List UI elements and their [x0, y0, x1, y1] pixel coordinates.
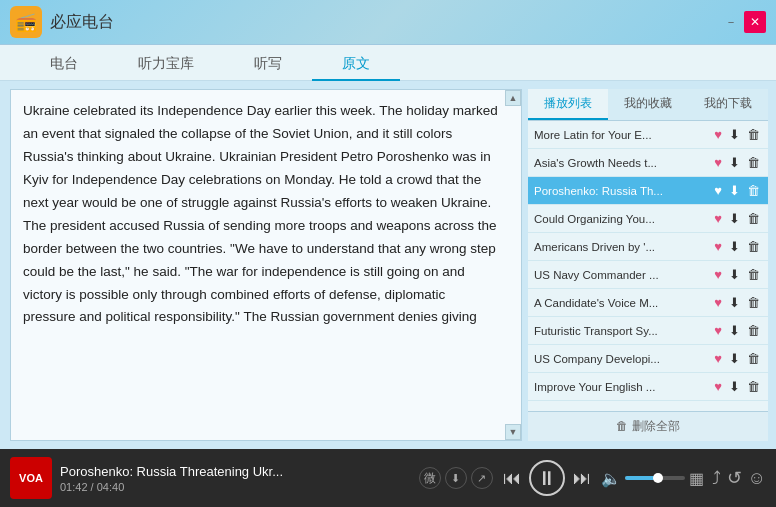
weibo-icon: 微 [424, 470, 436, 487]
app-name: 必应电台 [50, 12, 720, 33]
delete-all-icon: 🗑 [616, 419, 628, 433]
list-item[interactable]: Asia's Growth Needs t... ♥ ⬇ 🗑 [528, 149, 768, 177]
eq-icon[interactable]: ▦ [689, 469, 704, 488]
item-actions: ♥ ⬇ 🗑 [712, 182, 762, 199]
download-icon[interactable]: ⬇ [727, 378, 742, 395]
item-title: Americans Driven by '... [534, 241, 712, 253]
article-text: Ukraine celebrated its Independence Day … [23, 100, 517, 430]
delete-icon[interactable]: 🗑 [745, 238, 762, 255]
item-actions: ♥ ⬇ 🗑 [712, 266, 762, 283]
download-icon[interactable]: ⬇ [727, 322, 742, 339]
nav-bar: 电台 听力宝库 听写 原文 [0, 45, 776, 81]
tab-dictation[interactable]: 听写 [224, 49, 312, 81]
item-title: Futuristic Transport Sy... [534, 325, 712, 337]
favorite-icon[interactable]: ♥ [712, 126, 724, 143]
refresh-icon[interactable]: ↺ [727, 467, 742, 489]
share-button[interactable]: ↗ [471, 467, 493, 489]
favorite-icon[interactable]: ♥ [712, 294, 724, 311]
player-bar: VOA Poroshenko: Russia Threatening Ukr..… [0, 449, 776, 507]
delete-icon[interactable]: 🗑 [745, 294, 762, 311]
list-item[interactable]: US Navy Commander ... ♥ ⬇ 🗑 [528, 261, 768, 289]
scroll-down-arrow[interactable]: ▼ [505, 424, 521, 440]
download-icon[interactable]: ⬇ [727, 350, 742, 367]
delete-icon[interactable]: 🗑 [745, 210, 762, 227]
download-icon[interactable]: ⬇ [727, 210, 742, 227]
delete-icon[interactable]: 🗑 [745, 182, 762, 199]
download-icon[interactable]: ⬇ [727, 182, 742, 199]
scroll-up-arrow[interactable]: ▲ [505, 90, 521, 106]
list-item[interactable]: More Latin for Your E... ♥ ⬇ 🗑 [528, 121, 768, 149]
delete-icon[interactable]: 🗑 [745, 154, 762, 171]
favorite-icon[interactable]: ♥ [712, 154, 724, 171]
delete-icon[interactable]: 🗑 [745, 350, 762, 367]
text-panel: ▲ Ukraine celebrated its Independence Da… [10, 89, 522, 441]
voa-logo: VOA [10, 457, 52, 499]
download-icon[interactable]: ⬇ [727, 238, 742, 255]
tab-original[interactable]: 原文 [312, 49, 400, 81]
player-title: Poroshenko: Russia Threatening Ukr... [60, 464, 411, 479]
delete-all-button[interactable]: 🗑 删除全部 [528, 411, 768, 441]
list-item[interactable]: Americans Driven by '... ♥ ⬇ 🗑 [528, 233, 768, 261]
playlist-tab-favorites[interactable]: 我的收藏 [608, 89, 688, 120]
tab-radio[interactable]: 电台 [20, 49, 108, 81]
prev-button[interactable]: ⏮ [501, 468, 523, 489]
pause-button[interactable]: ⏸ [529, 460, 565, 496]
list-item[interactable]: Improve Your English ... ♥ ⬇ 🗑 [528, 373, 768, 401]
next-button[interactable]: ⏭ [571, 468, 593, 489]
volume-bar[interactable] [625, 476, 685, 480]
item-title: Improve Your English ... [534, 381, 712, 393]
item-actions: ♥ ⬇ 🗑 [712, 378, 762, 395]
delete-icon[interactable]: 🗑 [745, 378, 762, 395]
volume-knob[interactable] [653, 473, 663, 483]
share2-icon[interactable]: ⤴ [712, 468, 721, 489]
minimize-button[interactable]: － [720, 11, 742, 33]
playlist-tab-list[interactable]: 播放列表 [528, 89, 608, 120]
item-actions: ♥ ⬇ 🗑 [712, 322, 762, 339]
player-social: 微 ⬇ ↗ [419, 467, 493, 489]
item-title: More Latin for Your E... [534, 129, 712, 141]
favorite-icon[interactable]: ♥ [712, 238, 724, 255]
volume-area: 🔈 ▦ [601, 469, 704, 488]
list-item-active[interactable]: Poroshenko: Russia Th... ♥ ⬇ 🗑 [528, 177, 768, 205]
list-item[interactable]: US Company Developi... ♥ ⬇ 🗑 [528, 345, 768, 373]
app-logo: 📻 [10, 6, 42, 38]
list-item[interactable]: Futuristic Transport Sy... ♥ ⬇ 🗑 [528, 317, 768, 345]
favorite-icon[interactable]: ♥ [712, 266, 724, 283]
tab-library[interactable]: 听力宝库 [108, 49, 224, 81]
player-time: 01:42 / 04:40 [60, 481, 411, 493]
item-actions: ♥ ⬇ 🗑 [712, 294, 762, 311]
list-item[interactable]: A Candidate's Voice M... ♥ ⬇ 🗑 [528, 289, 768, 317]
download-icon[interactable]: ⬇ [727, 154, 742, 171]
download-icon[interactable]: ⬇ [727, 126, 742, 143]
download-button[interactable]: ⬇ [445, 467, 467, 489]
playlist-panel: 播放列表 我的收藏 我的下载 More Latin for Your E... … [528, 89, 768, 441]
item-actions: ♥ ⬇ 🗑 [712, 238, 762, 255]
playlist-items-list: More Latin for Your E... ♥ ⬇ 🗑 Asia's Gr… [528, 121, 768, 411]
download-icon[interactable]: ⬇ [727, 294, 742, 311]
item-title: US Company Developi... [534, 353, 712, 365]
favorite-icon[interactable]: ♥ [712, 378, 724, 395]
item-title: Asia's Growth Needs t... [534, 157, 712, 169]
favorite-icon[interactable]: ♥ [712, 322, 724, 339]
download-icon: ⬇ [451, 472, 460, 485]
download-icon[interactable]: ⬇ [727, 266, 742, 283]
main-content: ▲ Ukraine celebrated its Independence Da… [0, 81, 776, 449]
favorite-icon[interactable]: ♥ [712, 210, 724, 227]
close-button[interactable]: ✕ [744, 11, 766, 33]
playlist-tabs: 播放列表 我的收藏 我的下载 [528, 89, 768, 121]
weibo-button[interactable]: 微 [419, 467, 441, 489]
delete-icon[interactable]: 🗑 [745, 322, 762, 339]
delete-icon[interactable]: 🗑 [745, 126, 762, 143]
window-controls: － ✕ [720, 11, 766, 33]
item-title: A Candidate's Voice M... [534, 297, 712, 309]
favorite-icon[interactable]: ♥ [712, 350, 724, 367]
current-time: 01:42 [60, 481, 88, 493]
list-item[interactable]: Could Organizing You... ♥ ⬇ 🗑 [528, 205, 768, 233]
playlist-tab-downloads[interactable]: 我的下载 [688, 89, 768, 120]
delete-all-label: 删除全部 [632, 419, 680, 433]
delete-icon[interactable]: 🗑 [745, 266, 762, 283]
favorite-icon[interactable]: ♥ [712, 182, 724, 199]
total-time: 04:40 [97, 481, 125, 493]
item-title: US Navy Commander ... [534, 269, 712, 281]
smiley-icon[interactable]: ☺ [748, 468, 766, 489]
